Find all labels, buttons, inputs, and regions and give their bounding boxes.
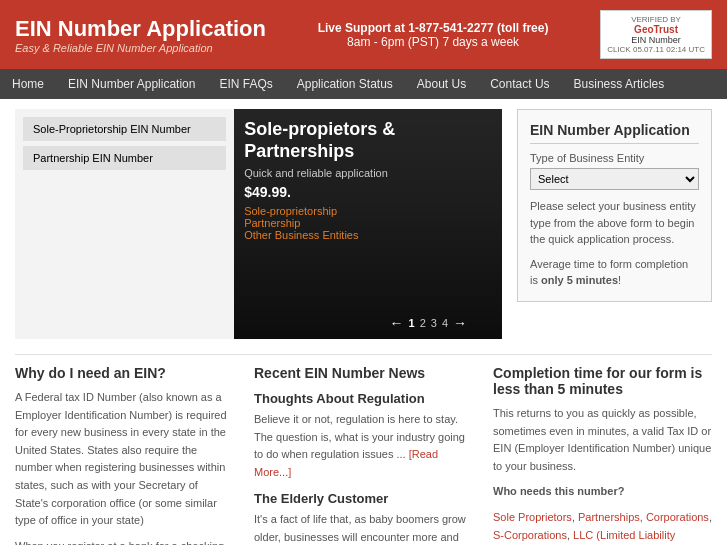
- col3-para1: This returns to you as quickly as possib…: [493, 405, 712, 475]
- nav-about[interactable]: About Us: [405, 69, 478, 99]
- slider-title: Sole-propietors & Partnerships: [244, 119, 492, 162]
- col-news: Recent EIN Number News Thoughts About Re…: [254, 365, 473, 545]
- support-line1: Live Support at 1-877-541-2277 (toll fre…: [318, 21, 549, 35]
- slider-links: Sole-proprietorship Partnership Other Bu…: [244, 205, 492, 241]
- col2-article2-text: It's a fact of life that, as baby boomer…: [254, 511, 473, 545]
- slider-image: Sole-Proprietorship EIN Number Partnersh…: [15, 109, 502, 339]
- main-nav: Home EIN Number Application EIN FAQs App…: [0, 69, 727, 99]
- geotrust-product: EIN Number: [607, 35, 705, 45]
- col2-article1-title: Thoughts About Regulation: [254, 391, 473, 406]
- partnership-btn[interactable]: Partnership EIN Number: [23, 146, 226, 170]
- col-why-ein: Why do I need an EIN? A Federal tax ID N…: [15, 365, 234, 545]
- col1-heading: Why do I need an EIN?: [15, 365, 234, 381]
- who-sole-prop[interactable]: Sole Proprietors: [493, 511, 572, 523]
- three-columns: Why do I need an EIN? A Federal tax ID N…: [15, 354, 712, 545]
- col2-article1-text: Believe it or not, regulation is here to…: [254, 411, 473, 481]
- sidebar: EIN Number Application Type of Business …: [517, 109, 712, 339]
- slider-page-2[interactable]: 2: [420, 317, 426, 329]
- slider-page-1[interactable]: 1: [409, 317, 415, 329]
- slider-next[interactable]: →: [453, 315, 467, 331]
- col-completion: Completion time for our form is less tha…: [493, 365, 712, 545]
- geotrust-badge: VERIFIED BY GeoTrust EIN Number CLICK 05…: [600, 10, 712, 59]
- slider-left-panel: Sole-Proprietorship EIN Number Partnersh…: [15, 109, 234, 339]
- slider-subtitle: Quick and reliable application: [244, 167, 492, 179]
- col3-who-label: Who needs this number?: [493, 483, 712, 501]
- header-support: Live Support at 1-877-541-2277 (toll fre…: [318, 21, 549, 49]
- col2-heading: Recent EIN Number News: [254, 365, 473, 381]
- sidebar-title: EIN Number Application: [530, 122, 699, 144]
- nav-articles[interactable]: Business Articles: [562, 69, 677, 99]
- slider-box: Sole-Proprietorship EIN Number Partnersh…: [15, 109, 502, 339]
- slider-page-3[interactable]: 3: [431, 317, 437, 329]
- header-logo: EIN Number Application Easy & Reliable E…: [15, 16, 266, 54]
- site-title: EIN Number Application: [15, 16, 266, 42]
- who-partnerships[interactable]: Partnerships: [578, 511, 640, 523]
- who-scorps[interactable]: S-Corporations: [493, 529, 567, 541]
- col2-article2-title: The Elderly Customer: [254, 491, 473, 506]
- nav-app-status[interactable]: Application Status: [285, 69, 405, 99]
- col3-who-links: Sole Proprietors, Partnerships, Corporat…: [493, 509, 712, 545]
- col1-para2: When you register at a bank for a checki…: [15, 538, 234, 545]
- sidebar-box: EIN Number Application Type of Business …: [517, 109, 712, 302]
- sidebar-time: Average time to form completion is only …: [530, 256, 699, 289]
- who-corps[interactable]: Corporations: [646, 511, 709, 523]
- entity-select[interactable]: Select Sole Proprietorship Partnership C…: [530, 168, 699, 190]
- slider-section: Sole-Proprietorship EIN Number Partnersh…: [15, 109, 502, 339]
- slider-right-panel: Sole-propietors & Partnerships Quick and…: [234, 109, 502, 339]
- slider-link-sole[interactable]: Sole-proprietorship: [244, 205, 492, 217]
- col3-heading: Completion time for our form is less tha…: [493, 365, 712, 397]
- content-area: Sole-Proprietorship EIN Number Partnersh…: [15, 109, 712, 339]
- sidebar-desc: Please select your business entity type …: [530, 198, 699, 248]
- sole-prop-btn[interactable]: Sole-Proprietorship EIN Number: [23, 117, 226, 141]
- slider-nav: ← 1 2 3 4 →: [355, 315, 502, 331]
- geotrust-name: GeoTrust: [607, 24, 705, 35]
- nav-contact[interactable]: Contact Us: [478, 69, 561, 99]
- nav-home[interactable]: Home: [0, 69, 56, 99]
- site-tagline: Easy & Reliable EIN Number Application: [15, 42, 266, 54]
- sidebar-time-bold: only 5 minutes: [541, 274, 618, 286]
- nav-ein-app[interactable]: EIN Number Application: [56, 69, 207, 99]
- nav-faqs[interactable]: EIN FAQs: [207, 69, 284, 99]
- entity-label: Type of Business Entity: [530, 152, 699, 164]
- slider-page-4[interactable]: 4: [442, 317, 448, 329]
- slider-prev[interactable]: ←: [390, 315, 404, 331]
- slider-price: $49.99.: [244, 184, 492, 200]
- slider-link-partnership[interactable]: Partnership: [244, 217, 492, 229]
- support-line2: 8am - 6pm (PST) 7 days a week: [318, 35, 549, 49]
- slider-link-other[interactable]: Other Business Entities: [244, 229, 492, 241]
- col1-para1: A Federal tax ID Number (also known as a…: [15, 389, 234, 530]
- main-content: Sole-Proprietorship EIN Number Partnersh…: [0, 99, 727, 545]
- sidebar-time-end: !: [618, 274, 621, 286]
- header: EIN Number Application Easy & Reliable E…: [0, 0, 727, 69]
- slider-content: Sole-propietors & Partnerships Quick and…: [244, 119, 492, 241]
- geotrust-date: CLICK 05.07.11 02:14 UTC: [607, 45, 705, 54]
- geotrust-verified: VERIFIED BY: [607, 15, 705, 24]
